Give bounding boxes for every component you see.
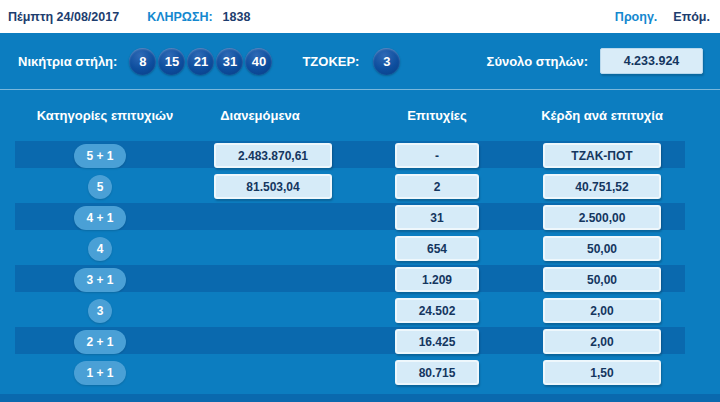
winning-ball: 31 <box>216 48 243 75</box>
category-cell: 3 <box>0 295 200 326</box>
table-row: 4 654 50,00 <box>0 233 720 264</box>
category-cell: 2 + 1 <box>0 326 200 357</box>
table-row: 5 + 1 2.483.870,61 - ΤΖΑΚ-ΠΟΤ <box>0 140 720 171</box>
results-rows: 5 + 1 2.483.870,61 - ΤΖΑΚ-ΠΟΤ 5 81.503,0… <box>0 140 720 388</box>
category-badge: 4 + 1 <box>74 206 126 230</box>
prize-box: 50,00 <box>543 267 661 292</box>
draw-date: Πέμπτη 24/08/2017 <box>8 10 119 24</box>
results-panel: Νικήτρια στήλη: 815213140 ΤΖΟΚΕΡ: 3 Σύνο… <box>0 33 720 402</box>
winning-balls: 815213140 <box>129 48 274 75</box>
prize-box: 50,00 <box>543 236 661 261</box>
distributed-box: 2.483.870,61 <box>214 143 332 168</box>
category-cell: 1 + 1 <box>0 357 200 388</box>
prize-box: 40.751,52 <box>543 174 661 199</box>
category-cell: 3 + 1 <box>0 264 200 295</box>
winning-ball: 15 <box>158 48 185 75</box>
category-cell: 4 + 1 <box>0 202 200 233</box>
next-draw-link[interactable]: Επόμ. <box>673 10 710 24</box>
total-columns-label: Σύνολο στηλών: <box>487 54 588 69</box>
prize-box: ΤΖΑΚ-ΠΟΤ <box>543 143 661 168</box>
winning-ball: 21 <box>187 48 214 75</box>
table-row: 2 + 1 16.425 2,00 <box>0 326 720 357</box>
table-row: 3 24.502 2,00 <box>0 295 720 326</box>
total-columns: Σύνολο στηλών: 4.233.924 <box>487 48 720 74</box>
column-header-categories: Κατηγορίες επιτυχιών <box>20 90 190 140</box>
category-cell: 5 <box>0 171 200 202</box>
table-row: 4 + 1 31 2.500,00 <box>0 202 720 233</box>
panel-bottom-strip <box>0 394 720 402</box>
winners-box: 31 <box>395 205 479 230</box>
category-badge: 5 <box>88 175 112 199</box>
winning-column-label: Νικήτρια στήλη: <box>18 54 117 69</box>
category-cell: 4 <box>0 233 200 264</box>
winning-ball: 40 <box>245 48 272 75</box>
prize-box: 2,00 <box>543 329 661 354</box>
winning-numbers-banner: Νικήτρια στήλη: 815213140 ΤΖΟΚΕΡ: 3 Σύνο… <box>0 33 720 90</box>
category-badge: 2 + 1 <box>74 330 126 354</box>
category-badge: 5 + 1 <box>74 144 126 168</box>
column-header-prize: Κέρδη ανά επιτυχία <box>512 90 692 140</box>
previous-draw-link[interactable]: Προηγ. <box>615 10 657 24</box>
winners-box: 16.425 <box>395 329 479 354</box>
draw-header-bar: Πέμπτη 24/08/2017 ΚΛΗΡΩΣΗ: 1838 Προηγ. Ε… <box>0 0 720 33</box>
winners-box: 654 <box>395 236 479 261</box>
table-row: 3 + 1 1.209 50,00 <box>0 264 720 295</box>
winners-box: 2 <box>395 174 479 199</box>
winners-box: 1.209 <box>395 267 479 292</box>
winners-box: - <box>395 143 479 168</box>
winners-box: 24.502 <box>395 298 479 323</box>
prize-box: 2,00 <box>543 298 661 323</box>
category-badge: 3 + 1 <box>74 268 126 292</box>
table-row: 5 81.503,04 2 40.751,52 <box>0 171 720 202</box>
distributed-box: 81.503,04 <box>214 174 332 199</box>
draw-label: ΚΛΗΡΩΣΗ: <box>147 10 212 24</box>
table-header-row: Κατηγορίες επιτυχιών Διανεμόμενα Επιτυχί… <box>0 90 720 140</box>
column-header-distributed: Διανεμόμενα <box>195 90 325 140</box>
table-row: 1 + 1 80.715 1,50 <box>0 357 720 388</box>
category-badge: 4 <box>88 237 112 261</box>
joker-ball: 3 <box>373 48 400 75</box>
draw-number: 1838 <box>223 10 251 24</box>
column-header-winners: Επιτυχίες <box>385 90 489 140</box>
category-cell: 5 + 1 <box>0 140 200 171</box>
winning-ball: 8 <box>129 48 156 75</box>
joker-label: ΤΖΟΚΕΡ: <box>302 54 359 69</box>
prize-box: 1,50 <box>543 360 661 385</box>
category-badge: 3 <box>88 299 112 323</box>
total-columns-value: 4.233.924 <box>600 48 703 74</box>
category-badge: 1 + 1 <box>74 361 126 385</box>
prize-box: 2.500,00 <box>543 205 661 230</box>
winners-box: 80.715 <box>395 360 479 385</box>
